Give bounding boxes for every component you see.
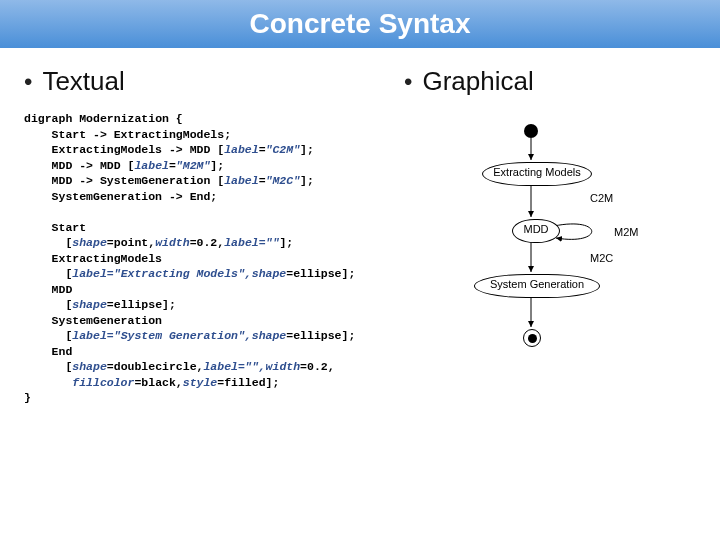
graphical-column: • Graphical Extracting Models MDD System… (404, 66, 696, 406)
edge-label-m2c: M2C (590, 252, 613, 264)
mdd-node: MDD (512, 219, 560, 243)
textual-heading: Textual (42, 66, 124, 97)
bullet-dot-icon: • (404, 68, 412, 96)
start-node-icon (524, 124, 538, 138)
page-title: Concrete Syntax (250, 8, 471, 40)
graphical-heading-row: • Graphical (404, 66, 696, 97)
title-bar: Concrete Syntax (0, 0, 720, 48)
dot-code-block: digraph Modernization { Start -> Extract… (24, 111, 404, 406)
extracting-models-node: Extracting Models (482, 162, 592, 186)
textual-column: • Textual digraph Modernization { Start … (24, 66, 404, 406)
system-generation-node: System Generation (474, 274, 600, 298)
graph-edges (414, 124, 714, 364)
edge-label-m2m: M2M (614, 226, 638, 238)
content-area: • Textual digraph Modernization { Start … (0, 48, 720, 406)
graphical-heading: Graphical (422, 66, 533, 97)
edge-label-c2m: C2M (590, 192, 613, 204)
bullet-dot-icon: • (24, 68, 32, 96)
end-node-icon (523, 329, 541, 347)
textual-heading-row: • Textual (24, 66, 404, 97)
